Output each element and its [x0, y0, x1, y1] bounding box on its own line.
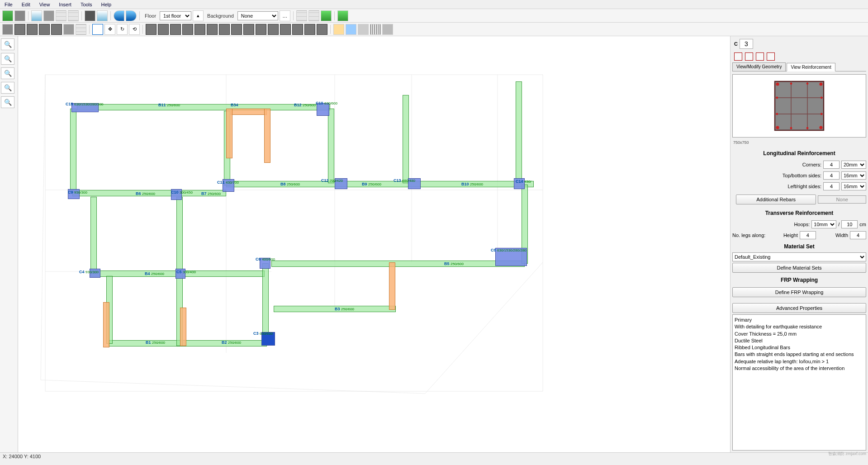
floor-up-button[interactable]: ▴: [193, 10, 204, 21]
legs-h-input[interactable]: [800, 231, 816, 239]
slab3-button[interactable]: [358, 24, 369, 35]
zoom-in-button[interactable]: 🔍: [1, 38, 14, 50]
section-rect-button[interactable]: [146, 24, 157, 35]
floorplan-canvas[interactable]: C15 630/1530/280/280C19 630/600C9 930/30…: [18, 36, 730, 452]
stairs-button[interactable]: [370, 24, 381, 35]
zoom-extents-button[interactable]: 🔍: [1, 82, 14, 94]
wall[interactable]: [389, 262, 395, 310]
zoom-window-button[interactable]: 🔍: [1, 67, 14, 79]
view-mode-1-button[interactable]: [296, 10, 307, 21]
ref2-button[interactable]: [27, 24, 38, 35]
lr-input[interactable]: [823, 182, 840, 190]
menu-file[interactable]: File: [0, 1, 17, 8]
floor-select[interactable]: 1st floor: [160, 11, 191, 20]
corners-dia-select[interactable]: 20mm: [841, 161, 866, 169]
rotate-tool[interactable]: ↻: [117, 24, 128, 35]
advanced-properties-button[interactable]: Advanced Properties: [732, 303, 866, 313]
beam[interactable]: [516, 81, 522, 183]
element-label: C13 680/480: [394, 178, 415, 183]
ref4-button[interactable]: [51, 24, 62, 35]
additional-rebars-button[interactable]: Additional Rebars: [736, 195, 816, 204]
menu-tools[interactable]: Tools: [76, 1, 97, 8]
section-custom-button[interactable]: [317, 24, 327, 35]
beam[interactable]: [70, 109, 76, 192]
ref-grid-button[interactable]: [76, 24, 86, 35]
section-L1-button[interactable]: [158, 24, 169, 35]
slab1-button[interactable]: [333, 24, 344, 35]
tab-geometry[interactable]: View/Modify Geometry: [732, 62, 786, 71]
orient-2-icon[interactable]: [745, 52, 753, 61]
slab2-button[interactable]: [346, 24, 356, 35]
import-dwg-button[interactable]: [2, 24, 13, 35]
wall[interactable]: [180, 308, 186, 346]
section-T3-button[interactable]: [243, 24, 254, 35]
section-X-button[interactable]: [268, 24, 279, 35]
mirror-tool[interactable]: ⟲: [129, 24, 140, 35]
wall[interactable]: [231, 109, 267, 115]
lr-dia-select[interactable]: 16mm: [841, 182, 866, 190]
beam[interactable]: [271, 261, 525, 267]
menu-help[interactable]: Help: [97, 1, 116, 8]
report-button[interactable]: [97, 10, 108, 21]
beam[interactable]: [77, 104, 330, 110]
ref-settings-button[interactable]: [63, 24, 74, 35]
wall[interactable]: [264, 109, 270, 163]
section-T1-button[interactable]: [207, 24, 218, 35]
hoops-dia-select[interactable]: 10mm: [811, 220, 836, 228]
foundation-button[interactable]: [382, 24, 393, 35]
section-I-button[interactable]: [256, 24, 266, 35]
zoom-out-button[interactable]: 🔍: [1, 53, 14, 65]
ref3-button[interactable]: [39, 24, 50, 35]
validate-button[interactable]: [321, 10, 332, 21]
legs-w-input[interactable]: [850, 231, 866, 239]
save-button[interactable]: [2, 10, 13, 21]
new-project-button[interactable]: [31, 10, 42, 21]
section-U-button[interactable]: [231, 24, 242, 35]
tab-reinforcement[interactable]: View Reinforcement: [787, 63, 835, 71]
corners-input[interactable]: [823, 161, 840, 169]
menu-insert[interactable]: Insert: [54, 1, 76, 8]
undo-button[interactable]: [114, 10, 124, 21]
element-label: C4 930/300: [79, 270, 99, 274]
beam[interactable]: [90, 197, 97, 274]
define-frp-button[interactable]: Define FRP Wrapping: [732, 287, 866, 297]
zoom-previous-button[interactable]: 🔍: [1, 96, 14, 108]
orient-4-icon[interactable]: [767, 52, 775, 61]
background-edit-button[interactable]: …: [280, 10, 290, 21]
move-tool[interactable]: ✥: [104, 24, 115, 35]
column-id-input[interactable]: [740, 39, 753, 49]
select-tool[interactable]: [92, 24, 103, 35]
background-select[interactable]: None: [237, 11, 278, 20]
beam[interactable]: [328, 109, 334, 183]
section-T2-button[interactable]: [219, 24, 230, 35]
orient-1-icon[interactable]: [734, 52, 742, 61]
orient-3-icon[interactable]: [756, 52, 764, 61]
menu-edit[interactable]: Edit: [17, 1, 35, 8]
grid-button[interactable]: [56, 10, 66, 21]
tb-dia-select[interactable]: 16mm: [841, 171, 866, 180]
beam[interactable]: [109, 340, 267, 346]
material-select[interactable]: Default_Existing: [732, 252, 866, 261]
redo-button[interactable]: [126, 10, 137, 21]
view-mode-2-button[interactable]: [308, 10, 319, 21]
wall[interactable]: [226, 109, 232, 158]
section-L2-button[interactable]: [170, 24, 181, 35]
lr-label: Left/right sides:: [732, 184, 821, 189]
section-poly-button[interactable]: [304, 24, 315, 35]
print-button[interactable]: [85, 10, 95, 21]
beam[interactable]: [403, 95, 409, 183]
section-L4-button[interactable]: [194, 24, 205, 35]
section-circle-button[interactable]: [292, 24, 303, 35]
wall[interactable]: [103, 302, 109, 347]
snap-button[interactable]: [68, 10, 79, 21]
hoops-spacing-input[interactable]: [841, 220, 858, 228]
ref1-button[interactable]: [14, 24, 25, 35]
menu-view[interactable]: View: [35, 1, 55, 8]
settings-button[interactable]: [43, 10, 54, 21]
tb-input[interactable]: [823, 171, 840, 180]
run-button[interactable]: [337, 10, 348, 21]
define-materials-button[interactable]: Define Material Sets: [732, 263, 866, 273]
section-Z-button[interactable]: [280, 24, 291, 35]
export-dwg-button[interactable]: [14, 10, 25, 21]
section-L3-button[interactable]: [182, 24, 193, 35]
